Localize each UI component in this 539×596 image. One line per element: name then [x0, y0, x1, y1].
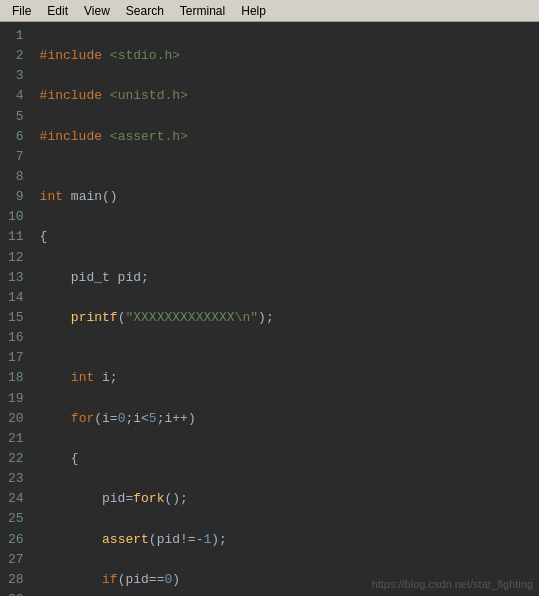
- watermark: https://blog.csdn.net/star_fighting: [372, 578, 533, 590]
- code-lines[interactable]: #include <stdio.h> #include <unistd.h> #…: [32, 22, 539, 596]
- menu-file[interactable]: File: [4, 2, 39, 20]
- menu-help[interactable]: Help: [233, 2, 274, 20]
- line-numbers: 1 2 3 4 5 6 7 8 9 10 11 12 13 14 15 16 1…: [0, 22, 32, 596]
- menu-edit[interactable]: Edit: [39, 2, 76, 20]
- menu-view[interactable]: View: [76, 2, 118, 20]
- code-editor: 1 2 3 4 5 6 7 8 9 10 11 12 13 14 15 16 1…: [0, 22, 539, 596]
- menu-search[interactable]: Search: [118, 2, 172, 20]
- menu-terminal[interactable]: Terminal: [172, 2, 233, 20]
- menubar: File Edit View Search Terminal Help: [0, 0, 539, 22]
- code-area[interactable]: 1 2 3 4 5 6 7 8 9 10 11 12 13 14 15 16 1…: [0, 22, 539, 596]
